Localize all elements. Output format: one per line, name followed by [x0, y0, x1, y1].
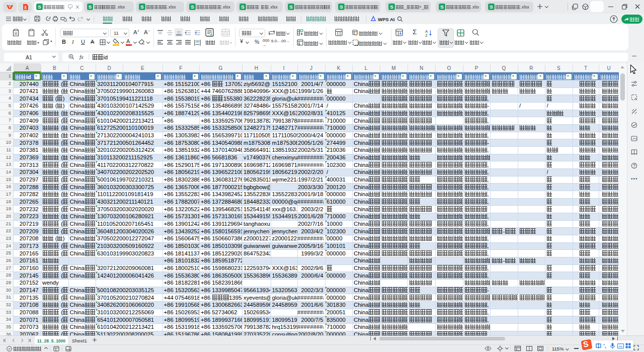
- svg-text:Z: Z: [425, 33, 428, 37]
